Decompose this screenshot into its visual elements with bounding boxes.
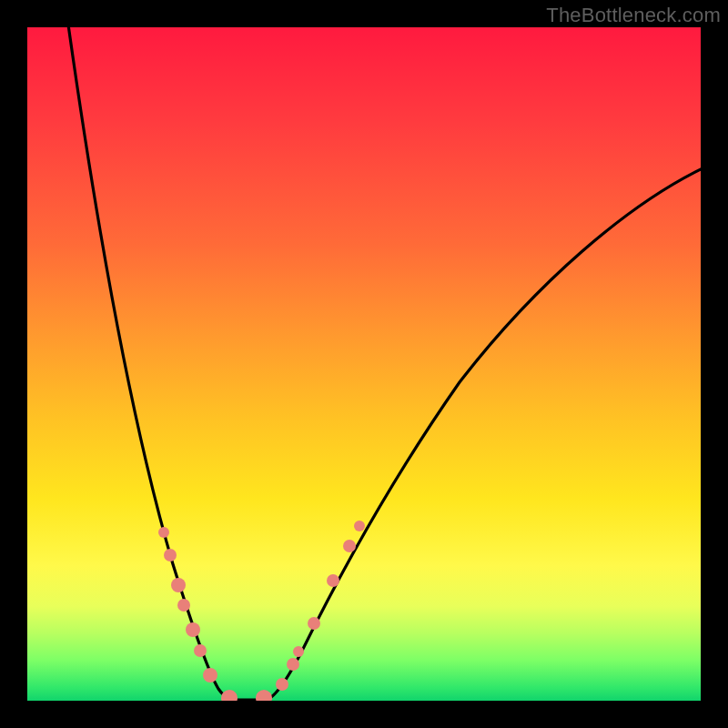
marker-dot	[194, 644, 207, 657]
marker-dot	[343, 540, 356, 552]
marker-dot	[293, 646, 304, 657]
chart-stage: TheBottleneck.com	[0, 0, 728, 728]
chart-curve-layer	[27, 27, 701, 701]
branding-watermark: TheBottleneck.com	[546, 4, 721, 27]
marker-dot	[171, 578, 186, 592]
marker-dot	[276, 678, 288, 691]
marker-dot	[287, 658, 299, 671]
marker-dot	[177, 599, 190, 612]
chart-plot-area	[27, 27, 701, 701]
marker-dot	[221, 690, 238, 701]
marker-dot	[186, 622, 200, 637]
marker-dot	[164, 549, 177, 561]
marker-dot	[327, 574, 339, 587]
curve-right-branch	[267, 168, 701, 700]
marker-dot	[308, 617, 320, 630]
marker-dot	[158, 527, 169, 538]
curve-left-branch	[67, 27, 230, 700]
marker-dot	[256, 690, 272, 701]
marker-dot	[354, 521, 365, 531]
marker-dot	[203, 668, 217, 682]
